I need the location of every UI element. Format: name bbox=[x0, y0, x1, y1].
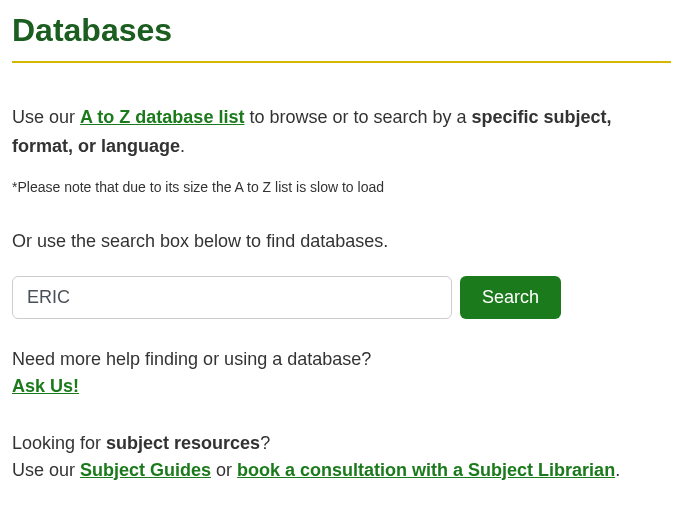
guides-suffix: . bbox=[615, 460, 620, 480]
search-button[interactable]: Search bbox=[460, 276, 561, 319]
intro-middle: to browse or to search by a bbox=[244, 107, 471, 127]
search-instruction: Or use the search box below to find data… bbox=[12, 231, 671, 252]
guides-line: Use our Subject Guides or book a consult… bbox=[12, 460, 671, 481]
slow-load-note: *Please note that due to its size the A … bbox=[12, 179, 671, 195]
page-title: Databases bbox=[12, 12, 671, 49]
title-divider bbox=[12, 61, 671, 63]
subject-question-suffix: ? bbox=[260, 433, 270, 453]
intro-prefix: Use our bbox=[12, 107, 80, 127]
intro-suffix: . bbox=[180, 136, 185, 156]
intro-paragraph: Use our A to Z database list to browse o… bbox=[12, 103, 671, 161]
subject-question-prefix: Looking for bbox=[12, 433, 106, 453]
search-row: Search bbox=[12, 276, 671, 319]
guides-prefix: Use our bbox=[12, 460, 80, 480]
database-search-input[interactable] bbox=[12, 276, 452, 319]
book-consultation-link[interactable]: book a consultation with a Subject Libra… bbox=[237, 460, 615, 480]
help-question: Need more help finding or using a databa… bbox=[12, 349, 671, 370]
guides-or: or bbox=[211, 460, 237, 480]
subject-question-bold: subject resources bbox=[106, 433, 260, 453]
ask-us-link[interactable]: Ask Us! bbox=[12, 376, 79, 397]
subject-guides-link[interactable]: Subject Guides bbox=[80, 460, 211, 480]
a-to-z-link[interactable]: A to Z database list bbox=[80, 107, 244, 127]
subject-question: Looking for subject resources? bbox=[12, 433, 671, 454]
